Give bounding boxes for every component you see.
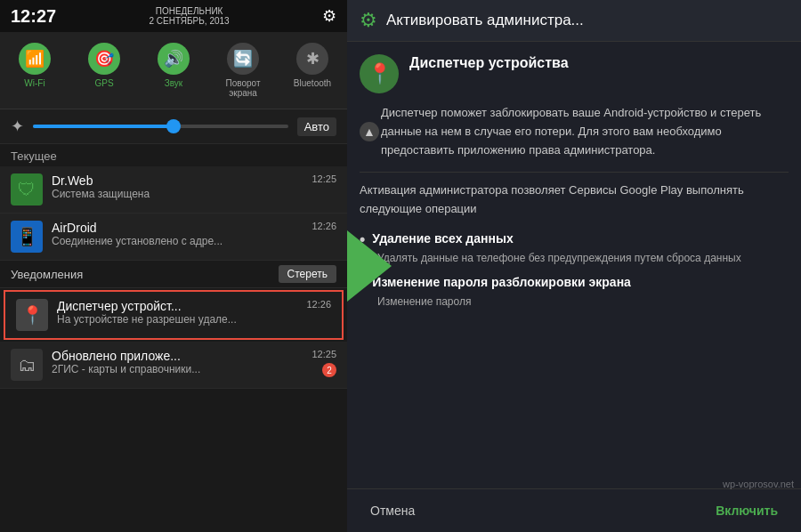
drweb-title: Dr.Web xyxy=(52,173,303,188)
brightness-slider[interactable] xyxy=(33,125,288,128)
device-manager-time: 12:26 xyxy=(306,299,331,310)
arrow-right-icon xyxy=(347,230,392,302)
clear-button[interactable]: Стереть xyxy=(279,265,336,283)
bullet-item-change-password: • Изменение пароля разблокировки экрана … xyxy=(360,275,789,310)
airdroid-subtitle: Соединение установлено с адре... xyxy=(52,235,303,247)
updated-app-time: 12:25 xyxy=(312,349,336,359)
updated-app-content: Обновлено приложе... 2ГИС - карты и спра… xyxy=(52,349,303,375)
drweb-subtitle: Система защищена xyxy=(52,188,303,200)
drweb-content: Dr.Web Система защищена xyxy=(52,173,303,200)
notif-updated-app[interactable]: 🗂 Обновлено приложе... 2ГИС - карты и сп… xyxy=(0,342,347,389)
date-line1: ПОНЕДЕЛЬНИК xyxy=(149,6,229,16)
rotation-label: Поворотэкрана xyxy=(226,78,261,98)
right-header-title: Активировать администра... xyxy=(386,12,584,29)
right-panel: ⚙ Активировать администра... 📍 Диспетчер… xyxy=(347,0,801,532)
updated-app-icon: 🗂 xyxy=(11,349,43,381)
status-time: 12:27 xyxy=(11,6,56,27)
device-manager-notif-content: Диспетчер устройст... На устройстве не р… xyxy=(57,299,297,326)
notifications-header: Уведомления Стереть xyxy=(0,261,347,288)
sound-icon: 🔊 xyxy=(158,43,190,75)
bullet-title-text-2: Изменение пароля разблокировки экрана xyxy=(372,275,631,289)
brightness-thumb xyxy=(166,119,181,133)
brightness-row: ✦ Авто xyxy=(0,109,347,144)
bullet-desc-1: Удалять данные на телефоне без предупреж… xyxy=(360,250,789,266)
current-section-label: Текущее xyxy=(0,144,347,166)
status-icons: ⚙ xyxy=(322,6,336,26)
notifications-label: Уведомления xyxy=(11,268,279,281)
updated-app-subtitle: 2ГИС - карты и справочники... xyxy=(52,363,303,375)
airdroid-time: 12:26 xyxy=(312,221,336,231)
brightness-icon: ✦ xyxy=(11,117,24,136)
bullet-item-delete-data: • Удаление всех данных Удалять данные на… xyxy=(360,231,789,266)
wifi-label: Wi-Fi xyxy=(24,78,44,88)
updated-app-badge: 2 xyxy=(322,363,336,377)
action-buttons: Отмена Включить xyxy=(347,488,801,532)
notif-drweb[interactable]: 🛡 Dr.Web Система защищена 12:25 xyxy=(0,166,347,214)
arrow-container xyxy=(347,230,392,302)
notif-device-manager[interactable]: 📍 Диспетчер устройст... На устройстве не… xyxy=(4,290,344,340)
toggle-bluetooth[interactable]: ✱ Bluetooth xyxy=(278,37,347,103)
device-manager-title: Диспетчер устройства xyxy=(409,54,569,73)
sound-label: Звук xyxy=(165,78,183,88)
activate-button[interactable]: Включить xyxy=(705,498,789,523)
bullet-title-change-password: • Изменение пароля разблокировки экрана xyxy=(360,275,789,291)
rotation-icon: 🔄 xyxy=(227,43,259,75)
activation-text: Активация администратора позволяет Серви… xyxy=(360,181,789,219)
airdroid-content: AirDroid Соединение установлено с адре..… xyxy=(52,221,303,247)
toggle-wifi[interactable]: 📶 Wi-Fi xyxy=(0,37,69,103)
bluetooth-label: Bluetooth xyxy=(294,78,331,88)
left-panel: 12:27 ПОНЕДЕЛЬНИК 2 СЕНТЯБРЬ, 2013 ⚙ 📶 W… xyxy=(0,0,347,532)
device-manager-notif-icon: 📍 xyxy=(16,299,48,331)
content-divider xyxy=(360,172,789,173)
brightness-fill xyxy=(33,125,174,128)
toggle-rotation[interactable]: 🔄 Поворотэкрана xyxy=(208,37,278,103)
updated-app-title: Обновлено приложе... xyxy=(52,349,303,363)
device-manager-header: 📍 Диспетчер устройства xyxy=(360,54,789,93)
toggle-gps[interactable]: 🎯 GPS xyxy=(69,37,139,103)
gps-label: GPS xyxy=(94,78,113,88)
status-bar: 12:27 ПОНЕДЕЛЬНИК 2 СЕНТЯБРЬ, 2013 ⚙ xyxy=(0,0,347,32)
device-manager-notif-subtitle: На устройстве не разрешен удале... xyxy=(57,313,297,326)
watermark: wp-voprosov.net xyxy=(723,479,794,489)
device-manager-icon: 📍 xyxy=(360,54,399,93)
device-manager-description: Диспетчер поможет заблокировать ваше And… xyxy=(381,104,789,159)
bullet-desc-2: Изменение пароля xyxy=(360,294,789,310)
gps-icon: 🎯 xyxy=(88,43,120,75)
right-content: 📍 Диспетчер устройства ▲ Диспетчер помож… xyxy=(347,42,801,488)
expand-description-button[interactable]: ▲ xyxy=(360,122,379,141)
wifi-icon: 📶 xyxy=(19,43,51,75)
auto-label: Авто xyxy=(297,117,336,136)
airdroid-icon: 📱 xyxy=(11,221,43,253)
bullet-title-delete-data: • Удаление всех данных xyxy=(360,231,789,247)
device-manager-notif-title: Диспетчер устройст... xyxy=(57,299,297,313)
bluetooth-icon: ✱ xyxy=(296,43,328,75)
drweb-time: 12:25 xyxy=(312,173,336,184)
cancel-button[interactable]: Отмена xyxy=(360,498,425,523)
right-header: ⚙ Активировать администра... xyxy=(347,0,801,42)
bullet-title-text-1: Удаление всех данных xyxy=(372,231,513,246)
notif-airdroid[interactable]: 📱 AirDroid Соединение установлено с адре… xyxy=(0,214,347,261)
toggle-sound[interactable]: 🔊 Звук xyxy=(139,37,208,103)
drweb-icon: 🛡 xyxy=(11,173,43,206)
quick-toggles: 📶 Wi-Fi 🎯 GPS 🔊 Звук 🔄 Поворотэкрана ✱ B… xyxy=(0,32,347,109)
gear-icon[interactable]: ⚙ xyxy=(322,6,336,26)
airdroid-title: AirDroid xyxy=(52,221,303,235)
right-header-gear-icon: ⚙ xyxy=(360,9,377,32)
status-date: ПОНЕДЕЛЬНИК 2 СЕНТЯБРЬ, 2013 xyxy=(149,6,229,26)
date-line2: 2 СЕНТЯБРЬ, 2013 xyxy=(149,16,229,26)
